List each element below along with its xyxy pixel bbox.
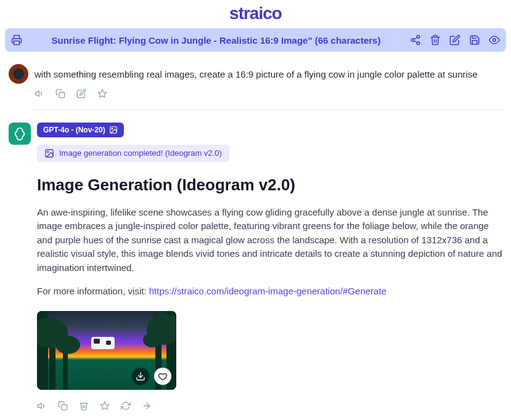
svg-rect-8: [59, 92, 65, 98]
edit-icon[interactable]: [449, 34, 460, 46]
svg-point-13: [47, 151, 49, 152]
conversation-title: Sunrise Flight: Flying Cow in Jungle - R…: [30, 35, 403, 46]
conversation-title-bar: Sunrise Flight: Flying Cow in Jungle - R…: [5, 28, 506, 52]
generation-more-info: For more information, visit: https://str…: [37, 285, 502, 299]
svg-rect-0: [14, 41, 20, 45]
star-icon[interactable]: [97, 89, 107, 99]
edit-message-icon[interactable]: [76, 89, 86, 99]
more-info-prefix: For more information, visit:: [37, 286, 149, 296]
svg-line-4: [414, 41, 417, 42]
star-icon[interactable]: [100, 401, 110, 411]
svg-line-5: [414, 38, 417, 39]
arrow-right-icon[interactable]: [142, 401, 152, 411]
svg-marker-17: [100, 402, 108, 410]
cow-subject: [91, 337, 115, 349]
svg-rect-16: [62, 405, 67, 410]
image-status-icon: [44, 148, 54, 158]
svg-marker-9: [98, 89, 106, 97]
model-badge: GPT-4o - (Nov-20): [37, 123, 124, 137]
eye-icon[interactable]: [489, 34, 500, 46]
model-badge-label: GPT-4o - (Nov-20): [43, 126, 105, 134]
refresh-icon[interactable]: [121, 401, 131, 411]
speaker-icon[interactable]: [35, 89, 44, 99]
user-message: with something resembling real images, c…: [0, 64, 511, 99]
message-divider: [33, 110, 502, 110]
ai-avatar: [9, 123, 31, 145]
trash-icon[interactable]: [79, 401, 89, 411]
more-info-link[interactable]: https://straico.com/ideogram-image-gener…: [149, 286, 386, 296]
share-icon[interactable]: [410, 34, 421, 46]
status-badge-label: Image generation completed! (Ideogram v2…: [59, 148, 222, 158]
trash-icon[interactable]: [430, 34, 441, 46]
status-badge: Image generation completed! (Ideogram v2…: [37, 145, 229, 162]
generation-heading: Image Generation (Ideogram v2.0): [37, 176, 502, 195]
svg-marker-7: [35, 91, 39, 96]
image-icon: [109, 126, 118, 134]
svg-point-6: [493, 39, 496, 42]
app-logo: straico: [229, 4, 282, 23]
ai-message: GPT-4o - (Nov-20) Image generation compl…: [0, 123, 511, 411]
generated-image[interactable]: [37, 311, 176, 390]
ai-message-actions: [37, 401, 502, 411]
speaker-icon[interactable]: [37, 401, 47, 411]
svg-point-11: [112, 128, 113, 129]
favorite-image-button[interactable]: [154, 368, 171, 385]
download-image-button[interactable]: [132, 368, 149, 385]
user-message-actions: [35, 89, 502, 99]
svg-marker-15: [38, 403, 41, 408]
save-icon[interactable]: [469, 34, 480, 46]
user-avatar: [9, 64, 28, 84]
copy-icon[interactable]: [58, 401, 68, 411]
user-message-text: with something resembling real images, c…: [35, 64, 502, 81]
print-icon[interactable]: [11, 34, 22, 46]
copy-icon[interactable]: [55, 89, 65, 99]
generation-description: An awe-inspiring, lifelike scene showcas…: [37, 206, 502, 275]
